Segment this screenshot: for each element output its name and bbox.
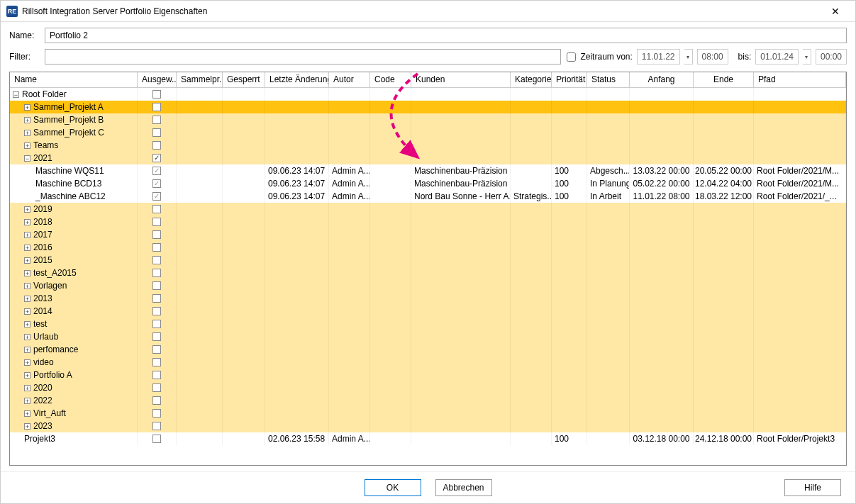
col-status[interactable]: Status [587, 72, 630, 87]
table-row[interactable]: +2017 [10, 228, 846, 241]
row-checkbox[interactable] [152, 422, 161, 430]
row-checkbox[interactable] [152, 128, 161, 137]
col-pfad[interactable]: Pfad [754, 72, 846, 87]
expand-icon[interactable]: + [24, 130, 30, 136]
table-row[interactable]: +2014 [10, 305, 846, 318]
table-row[interactable]: +2019 [10, 203, 846, 215]
expand-icon[interactable]: + [24, 117, 30, 123]
row-checkbox[interactable] [152, 243, 161, 252]
col-kunden[interactable]: Kunden [411, 72, 511, 87]
date-to-dropdown-icon[interactable]: ▾ [803, 49, 811, 65]
table-row[interactable]: _Maschine ABC1209.06.23 14:07Admin A...N… [10, 190, 846, 203]
expand-icon[interactable]: + [24, 257, 30, 264]
row-checkbox[interactable] [152, 154, 161, 162]
ok-button[interactable]: OK [365, 479, 421, 496]
row-checkbox[interactable] [152, 281, 161, 290]
expand-icon[interactable]: + [24, 347, 30, 353]
expand-icon[interactable]: + [24, 372, 30, 379]
expand-icon[interactable]: + [24, 219, 30, 225]
table-row[interactable]: +2013 [10, 292, 846, 305]
row-checkbox[interactable] [152, 218, 161, 226]
table-row[interactable]: +2016 [10, 241, 846, 254]
cancel-button[interactable]: Abbrechen [435, 479, 492, 496]
expand-icon[interactable]: + [24, 423, 30, 430]
table-row[interactable]: +test [10, 318, 846, 330]
col-kategorien[interactable]: Kategorien [511, 72, 552, 87]
row-checkbox[interactable] [152, 294, 161, 303]
table-row[interactable]: Projekt302.06.23 15:58Admin A...10003.12… [10, 432, 846, 445]
row-checkbox[interactable] [152, 371, 161, 379]
expand-icon[interactable]: + [24, 410, 30, 417]
row-checkbox[interactable] [152, 256, 161, 264]
expand-icon[interactable]: + [24, 385, 30, 391]
zeitraum-checkbox[interactable] [567, 52, 576, 62]
table-row[interactable]: +Urlaub [10, 330, 846, 343]
col-ende[interactable]: Ende [694, 72, 754, 87]
collapse-icon[interactable]: − [13, 91, 19, 98]
row-checkbox[interactable] [152, 230, 161, 239]
table-row[interactable]: +2023 [10, 420, 846, 432]
expand-icon[interactable]: + [24, 283, 30, 289]
table-row[interactable]: +Vorlagen [10, 279, 846, 292]
expand-icon[interactable]: + [24, 308, 30, 315]
expand-icon[interactable]: + [24, 359, 30, 366]
expand-icon[interactable]: + [24, 104, 30, 111]
table-row[interactable]: +Sammel_Projekt B [10, 113, 846, 126]
expand-icon[interactable]: + [24, 206, 30, 213]
row-checkbox[interactable] [152, 332, 161, 341]
help-button[interactable]: Hilfe [784, 479, 841, 496]
col-code[interactable]: Code [370, 72, 411, 87]
table-row[interactable]: +Teams [10, 139, 846, 152]
table-row[interactable]: Maschine WQS1109.06.23 14:07Admin A...Ma… [10, 164, 846, 177]
col-ausgew[interactable]: Ausgew... [138, 72, 177, 87]
table-row[interactable]: +video [10, 356, 846, 369]
row-checkbox[interactable] [152, 383, 161, 392]
col-gesperrt[interactable]: Gesperrt [223, 72, 265, 87]
filter-input[interactable] [45, 49, 561, 65]
table-row[interactable]: +test_A2015 [10, 267, 846, 279]
table-row[interactable]: +perfomance [10, 343, 846, 356]
row-checkbox[interactable] [152, 320, 161, 328]
table-row[interactable]: +2015 [10, 254, 846, 267]
row-checkbox[interactable] [152, 409, 161, 418]
expand-icon[interactable]: + [24, 321, 30, 327]
table-row[interactable]: +2018 [10, 215, 846, 228]
collapse-icon[interactable]: − [24, 155, 30, 162]
row-checkbox[interactable] [152, 307, 161, 315]
expand-icon[interactable]: + [24, 334, 30, 340]
table-row[interactable]: Maschine BCD1309.06.23 14:07Admin A...Ma… [10, 177, 846, 190]
row-checkbox[interactable] [152, 435, 161, 443]
table-row[interactable]: +2022 [10, 394, 846, 407]
table-row[interactable]: +Sammel_Projekt A [10, 101, 846, 113]
expand-icon[interactable]: + [24, 245, 30, 251]
expand-icon[interactable]: + [24, 232, 30, 238]
col-sammelpr[interactable]: Sammelpr... [177, 72, 223, 87]
col-name[interactable]: Name [10, 72, 138, 87]
table-row[interactable]: +Portfolio A [10, 369, 846, 381]
date-from-dropdown-icon[interactable]: ▾ [684, 49, 693, 65]
row-checkbox[interactable] [152, 90, 161, 99]
row-checkbox[interactable] [152, 116, 161, 124]
table-row[interactable]: +2020 [10, 381, 846, 394]
row-checkbox[interactable] [152, 358, 161, 366]
date-from-input[interactable]: 11.01.22 [637, 49, 680, 65]
row-checkbox[interactable] [152, 205, 161, 213]
table-row[interactable]: +Virt_Auft [10, 407, 846, 420]
time-from-input[interactable]: 08:00 [697, 49, 728, 65]
col-letzte[interactable]: Letzte Änderung [265, 72, 329, 87]
row-checkbox[interactable] [152, 192, 161, 201]
table-row[interactable]: −2021 [10, 152, 846, 164]
close-icon[interactable]: ✕ [821, 1, 850, 21]
expand-icon[interactable]: + [24, 296, 30, 302]
expand-icon[interactable]: + [24, 142, 30, 149]
row-checkbox[interactable] [152, 179, 161, 188]
col-anfang[interactable]: Anfang [630, 72, 694, 87]
time-to-input[interactable]: 00:00 [816, 49, 847, 65]
table-row[interactable]: −Root Folder [10, 88, 846, 101]
name-input[interactable] [45, 28, 847, 43]
row-checkbox[interactable] [152, 345, 161, 354]
table-row[interactable]: +Sammel_Projekt C [10, 126, 846, 139]
expand-icon[interactable]: + [24, 270, 30, 276]
row-checkbox[interactable] [152, 396, 161, 405]
row-checkbox[interactable] [152, 141, 161, 150]
